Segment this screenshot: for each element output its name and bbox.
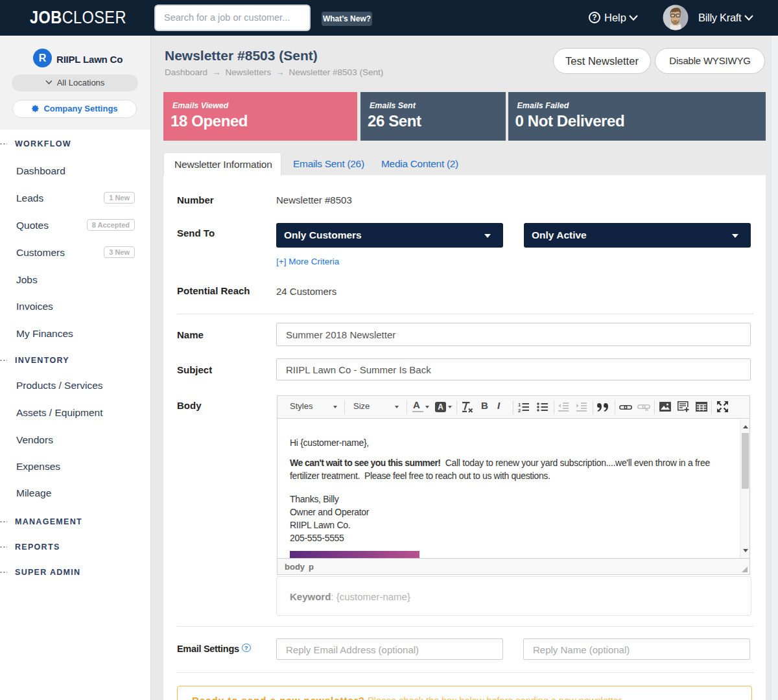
svg-text:2: 2: [518, 408, 521, 413]
